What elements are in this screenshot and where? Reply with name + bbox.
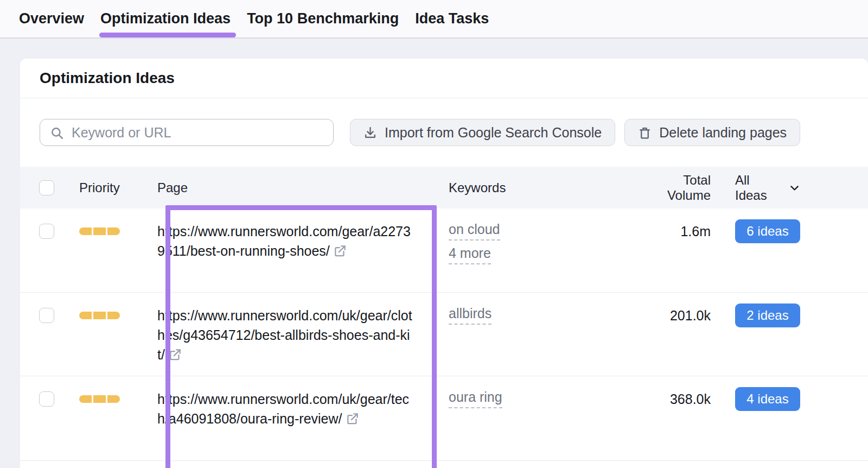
import-gsc-button[interactable]: Import from Google Search Console [350,119,615,146]
delete-landing-pages-label: Delete landing pages [659,125,787,141]
tab-idea-tasks[interactable]: Idea Tasks [415,0,489,37]
header-total-volume: Total Volume [637,173,711,203]
tab-optimization-ideas[interactable]: Optimization Ideas [100,0,231,37]
row-checkbox[interactable] [39,391,54,407]
total-volume-value: 368.0k [637,391,711,407]
header-page: Page [157,180,429,195]
page-url: https://www.runnersworld.com/uk/gear/tec… [157,389,429,431]
tab-overview[interactable]: Overview [19,0,84,37]
card-header: Optimization Ideas [20,59,868,98]
page-url-text: https://www.runnersworld.com/gear/a22739… [157,224,411,258]
page-url: https://www.runnersworld.com/gear/a22739… [157,222,429,263]
download-icon [363,126,377,140]
optimization-ideas-card: Optimization Ideas Import from Google Se… [20,59,868,468]
page-url: https://www.runnersworld.com/uk/gear/clo… [157,306,429,366]
external-link-icon[interactable] [346,411,360,431]
toolbar: Import from Google Search Console Delete… [20,98,868,167]
tab-idea-tasks-label: Idea Tasks [415,10,489,27]
page-url-text: https://www.runnersworld.com/uk/gear/clo… [157,308,412,362]
table-header-row: Priority Page Keywords Total Volume All … [20,167,868,208]
all-ideas-label: All Ideas [735,173,783,203]
trash-icon [638,126,652,140]
chevron-down-icon [789,182,800,194]
tab-optimization-ideas-label: Optimization Ideas [100,10,231,27]
row-checkbox[interactable] [39,224,54,239]
priority-indicator [79,395,157,403]
table-row: https://www.runnersworld.com/uk/gear/clo… [20,293,868,376]
ideas-button[interactable]: 4 ideas [735,387,800,411]
priority-indicator [79,227,157,235]
table-row: https://www.runnersworld.com/uk/gear/tec… [20,376,868,461]
header-keywords: Keywords [429,180,637,195]
delete-landing-pages-button[interactable]: Delete landing pages [624,119,800,146]
active-tab-underline [99,33,236,37]
total-volume-value: 201.0k [637,308,711,324]
tab-overview-label: Overview [19,10,84,27]
tab-top-10-benchmarking-label: Top 10 Benchmarking [247,10,399,27]
tab-bar: Overview Optimization Ideas Top 10 Bench… [0,0,868,39]
ideas-button[interactable]: 6 ideas [735,219,800,243]
search-input[interactable] [40,119,334,146]
external-link-icon[interactable] [168,347,182,366]
select-all-checkbox[interactable] [39,180,54,195]
page-url-text: https://www.runnersworld.com/uk/gear/tec… [157,391,409,426]
table-row: https://www.runnersworld.com/gear/a22739… [20,208,868,293]
search-icon [50,126,64,140]
header-priority: Priority [59,180,157,195]
import-gsc-label: Import from Google Search Console [385,125,602,141]
page-title: Optimization Ideas [40,69,175,87]
keyword-link[interactable]: oura ring [449,389,502,408]
keyword-link[interactable]: allbirds [449,306,492,325]
priority-indicator [79,312,157,319]
external-link-icon[interactable] [333,243,347,263]
total-volume-value: 1.6m [637,224,711,239]
ideas-button[interactable]: 2 ideas [735,303,800,327]
row-checkbox[interactable] [39,308,54,323]
keyword-link[interactable]: on cloud [449,222,500,241]
keyword-more-link[interactable]: 4 more [449,245,491,264]
tab-top-10-benchmarking[interactable]: Top 10 Benchmarking [247,0,399,37]
search-wrap [40,119,334,146]
all-ideas-dropdown[interactable]: All Ideas [735,173,800,203]
